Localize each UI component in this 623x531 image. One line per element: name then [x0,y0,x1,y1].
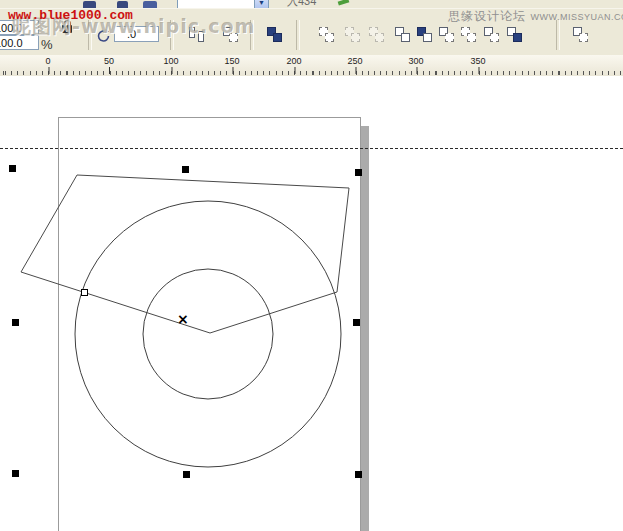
back-minus-front-button[interactable] [502,22,526,46]
print-icon[interactable] [117,1,128,8]
selection-handle-bottom-middle[interactable] [183,471,190,478]
ungroup-button[interactable] [340,22,364,46]
application-window: ▼ 入434 % 0 50 [0,0,623,531]
outer-circle-shape[interactable] [75,201,341,467]
intersect-button[interactable] [434,22,458,46]
missyuan-cn-text: 思缘设计论坛 [448,9,526,23]
missyuan-en-text: WWW.MISSYUAN.COM [530,12,623,22]
ruler-mark: 150 [224,56,239,66]
inner-circle-shape[interactable] [143,269,273,399]
ruler-mark: 300 [408,56,423,66]
selection-handle-top-middle[interactable] [182,166,189,173]
drawing-canvas[interactable]: × [0,76,623,531]
ungroup-all-button[interactable] [364,22,388,46]
selection-handle-top-left[interactable] [9,165,16,172]
selection-handle-bottom-right[interactable] [355,471,362,478]
curve-node-marker[interactable] [81,289,88,296]
missyuan-watermark: 思缘设计论坛 WWW.MISSYUAN.COM [448,6,623,25]
ruler-mark: 200 [286,56,301,66]
ruler-mark: 0 [45,56,50,66]
graph-paper-icon[interactable] [337,0,350,7]
import-icon[interactable] [143,1,157,8]
selection-handle-middle-right[interactable] [353,319,360,326]
create-boundary-button[interactable] [568,22,592,46]
ruler-mark: 250 [347,56,362,66]
group-button[interactable] [314,22,338,46]
chevron-down-icon[interactable]: ▼ [254,0,268,8]
selection-handle-middle-left[interactable] [12,319,19,326]
vector-objects [0,76,623,531]
trim-button[interactable] [412,22,436,46]
simplify-button[interactable] [456,22,480,46]
weld-button[interactable] [390,22,414,46]
ruler-mark: 100 [163,56,178,66]
selection-center-marker: × [177,312,189,326]
front-minus-back-button[interactable] [479,22,503,46]
notched-polygon-shape[interactable] [21,175,349,333]
ruler-mark: 350 [470,56,485,66]
ruler-ticks [0,71,623,75]
to-front-button[interactable] [262,22,286,46]
selection-handle-top-right[interactable] [355,169,362,176]
horizontal-ruler[interactable]: 0 50 100 150 200 250 300 350 [0,55,623,77]
save-icon[interactable] [83,1,96,8]
zoom-level-combobox[interactable]: ▼ [177,0,269,8]
ruler-mark: 50 [104,56,114,66]
selection-handle-bottom-left[interactable] [12,470,19,477]
toolbar-text-fragment: 入434 [287,0,316,8]
blue1000-watermark: www.blue1000.com [8,8,133,23]
